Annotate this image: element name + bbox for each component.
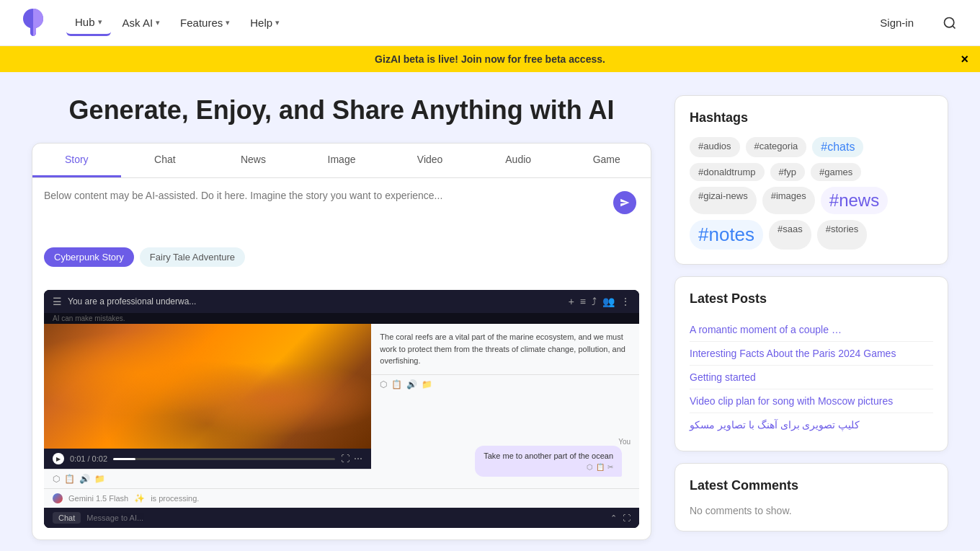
banner-close-button[interactable]: ×: [961, 52, 968, 67]
play-button[interactable]: ▶: [53, 453, 64, 464]
nav-features[interactable]: Features ▾: [172, 11, 239, 35]
share-icon: ⤴: [592, 296, 597, 307]
caption-icon2: 📋: [391, 379, 402, 389]
ai-subtitle: AI can make mistakes.: [44, 313, 639, 324]
hashtag-notes[interactable]: #notes: [690, 220, 763, 250]
caption-icons: ⬡ 📋 🔊 📁: [371, 375, 639, 394]
latest-posts-title: Latest Posts: [690, 291, 933, 307]
video-controls[interactable]: ▶ 0:01 / 0:02 ⛶ ⋯: [44, 449, 371, 469]
icon2: 📋: [64, 474, 75, 484]
icon3: 🔊: [79, 474, 90, 484]
processing-label: is processing.: [151, 494, 199, 503]
video-caption: The coral reefs are a vital part of the …: [371, 324, 639, 375]
chip-cyberpunk[interactable]: Cyberpunk Story: [44, 247, 134, 267]
tab-news[interactable]: News: [209, 144, 298, 177]
hashtag-audios[interactable]: #audios: [690, 137, 740, 157]
latest-posts-card: Latest Posts A romantic moment of a coup…: [674, 276, 948, 451]
nav-ask-ai[interactable]: Ask AI ▾: [114, 11, 169, 35]
gemini-logo: [53, 493, 63, 503]
coral-pattern: [44, 324, 371, 449]
tab-image[interactable]: Image: [298, 144, 386, 177]
topbar-title: You are a professional underwa...: [68, 296, 196, 307]
hashtag-chats[interactable]: #chats: [812, 137, 863, 157]
options-icon: ⋯: [354, 454, 362, 464]
like-icon: 📋: [596, 463, 605, 471]
hashtag-news[interactable]: #news: [821, 187, 888, 214]
hashtag-images[interactable]: #images: [762, 187, 815, 214]
caption-icon4: 📁: [422, 379, 432, 389]
progress-bar[interactable]: [113, 458, 335, 460]
hashtag-gizai-news[interactable]: #gizai-news: [690, 187, 757, 214]
latest-comments-title: Latest Comments: [690, 478, 933, 493]
video-bottom-icons: ⬡ 📋 🔊 📁: [44, 469, 371, 488]
more-icon: ⋮: [620, 296, 631, 307]
expand-chat-icon: ⛶: [623, 513, 631, 523]
chat-toolbar-icons: ⌃ ⛶: [610, 513, 631, 523]
sparkle-icon: ✨: [134, 493, 145, 503]
icon4: 📁: [94, 474, 105, 484]
svg-point-0: [945, 17, 954, 27]
no-comments-text: No comments to show.: [690, 505, 933, 516]
nav-help[interactable]: Help ▾: [241, 11, 288, 35]
gemini-name: Gemini 1.5 Flash: [68, 494, 128, 503]
chip-fairytale[interactable]: Fairy Tale Adventure: [140, 247, 245, 267]
tab-audio[interactable]: Audio: [474, 144, 563, 177]
tab-chat[interactable]: Chat: [121, 144, 210, 177]
hashtag-categoria[interactable]: #categoria: [746, 137, 807, 157]
post-paris[interactable]: Interesting Facts About the Paris 2024 G…: [690, 342, 933, 366]
chat-input-placeholder[interactable]: Message to AI...: [86, 513, 143, 522]
hamburger-icon: ☰: [53, 296, 62, 307]
page-title: Generate, Enjoy, and Share Anything with…: [32, 95, 651, 125]
tab-game[interactable]: Game: [562, 144, 651, 177]
icon1: ⬡: [53, 474, 60, 484]
hashtag-donaldtrump[interactable]: #donaldtrump: [690, 163, 765, 181]
help-chevron-icon: ▾: [275, 18, 280, 27]
expand-icon: ⛶: [341, 454, 349, 464]
chevron-up-icon: ⌃: [610, 513, 617, 523]
left-content: Generate, Enjoy, and Share Anything with…: [32, 95, 651, 551]
chat-bottom-bar: Chat Message to AI... ⌃ ⛶: [44, 508, 639, 528]
users-icon: 👥: [602, 296, 615, 307]
text-panel: The coral reefs are a vital part of the …: [371, 324, 639, 488]
sign-in-button[interactable]: Sign-in: [868, 11, 925, 35]
plus-icon: +: [569, 296, 574, 307]
send-button[interactable]: [613, 191, 636, 214]
time-display: 0:01 / 0:02: [70, 454, 107, 463]
nav-hub[interactable]: Hub ▾: [66, 10, 111, 36]
caption-icon3: 🔊: [406, 379, 417, 389]
post-moscow[interactable]: Video clip plan for song with Moscow pic…: [690, 389, 933, 413]
nav-links: Hub ▾ Ask AI ▾ Features ▾ Help ▾: [66, 10, 868, 36]
hashtag-saas[interactable]: #saas: [769, 220, 811, 250]
hashtag-stories[interactable]: #stories: [817, 220, 868, 250]
post-getting-started[interactable]: Getting started: [690, 366, 933, 389]
logo[interactable]: [17, 6, 66, 40]
tabs-container: Story Chat News Image Video Audio Game C…: [32, 143, 651, 540]
tab-story[interactable]: Story: [32, 144, 121, 177]
topbar-icons: + ≡ ⤴ 👥 ⋮: [569, 296, 631, 307]
video-inner: ☰ You are a professional underwa... + ≡ …: [44, 290, 639, 528]
progress-fill: [113, 458, 135, 460]
hashtags-card: Hashtags #audios #categoria #chats #dona…: [674, 95, 948, 265]
nav-right: Sign-in: [868, 10, 963, 36]
chat-bubble: Take me to another part of the ocean ⬡ 📋…: [475, 446, 622, 477]
copy-icon: ⬡: [587, 463, 593, 471]
search-button[interactable]: [937, 10, 963, 36]
story-input[interactable]: [44, 190, 639, 233]
hashtag-games[interactable]: #games: [811, 163, 861, 181]
tabs-header: Story Chat News Image Video Audio Game: [32, 144, 651, 178]
banner-text: GizAI beta is live! Join now for free be…: [375, 53, 605, 65]
tag-chips: Cyberpunk Story Fairy Tale Adventure: [32, 247, 651, 278]
post-moscow-arabic[interactable]: کلیپ تصویری برای آهنگ با تصاویر مسکو: [690, 413, 933, 436]
right-sidebar: Hashtags #audios #categoria #chats #dona…: [674, 95, 948, 551]
video-content-area: ▶ 0:01 / 0:02 ⛶ ⋯: [44, 324, 639, 488]
tab-video[interactable]: Video: [386, 144, 474, 177]
video-panel: ▶ 0:01 / 0:02 ⛶ ⋯: [44, 324, 371, 488]
story-area: [32, 178, 651, 247]
list-icon: ≡: [580, 296, 586, 307]
navbar: Hub ▾ Ask AI ▾ Features ▾ Help ▾ Sign-in: [0, 0, 980, 46]
main-container: Generate, Enjoy, and Share Anything with…: [14, 72, 966, 551]
hashtag-fyp[interactable]: #fyp: [770, 163, 806, 181]
send-icon: [620, 198, 630, 208]
features-chevron-icon: ▾: [226, 18, 230, 27]
post-romantic[interactable]: A romantic moment of a couple …: [690, 318, 933, 342]
